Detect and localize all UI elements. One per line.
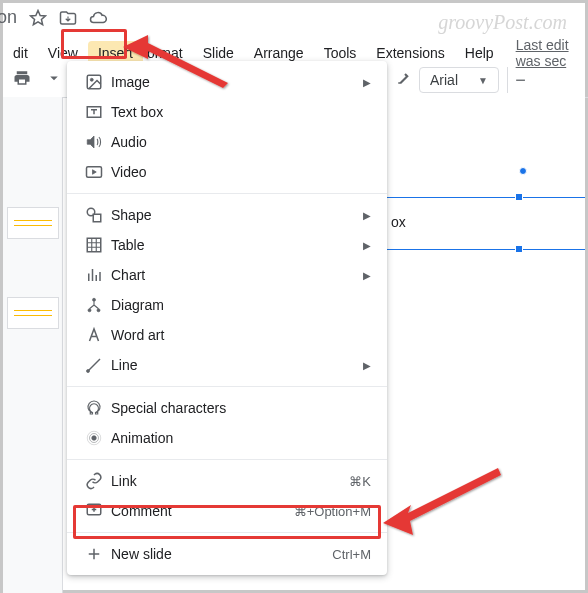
shape-icon	[85, 206, 103, 224]
chevron-down-icon: ▼	[478, 75, 488, 86]
menu-help[interactable]: Help	[455, 41, 504, 65]
slide-canvas[interactable]: ox	[387, 97, 585, 590]
menu-label: Chart	[111, 267, 363, 283]
menu-label: Image	[111, 74, 363, 90]
menu-item-video[interactable]: Video	[67, 157, 387, 187]
doc-title: d presentation	[0, 7, 17, 28]
image-icon	[85, 73, 103, 91]
table-icon	[85, 236, 103, 254]
menu-label: Link	[111, 473, 349, 489]
menu-item-wordart[interactable]: Word art	[67, 320, 387, 350]
fill-color-icon[interactable]	[393, 71, 411, 89]
comment-icon	[85, 502, 103, 520]
resize-handle[interactable]	[515, 193, 523, 201]
menu-separator	[67, 459, 387, 460]
slide-thumbnail[interactable]	[7, 207, 59, 239]
star-icon[interactable]	[29, 9, 47, 27]
video-icon	[85, 163, 103, 181]
svg-point-10	[87, 370, 90, 373]
menu-label: Diagram	[111, 297, 371, 313]
menu-separator	[67, 532, 387, 533]
menu-item-chart[interactable]: Chart ▶	[67, 260, 387, 290]
menu-item-animation[interactable]: Animation	[67, 423, 387, 453]
menu-item-special-characters[interactable]: Special characters	[67, 393, 387, 423]
submenu-arrow-icon: ▶	[363, 240, 371, 251]
submenu-arrow-icon: ▶	[363, 360, 371, 371]
omega-icon	[85, 399, 103, 417]
thumb-content	[14, 225, 52, 226]
menu-item-shape[interactable]: Shape ▶	[67, 200, 387, 230]
menu-item-image[interactable]: Image ▶	[67, 67, 387, 97]
chart-icon	[85, 266, 103, 284]
svg-rect-6	[87, 238, 101, 252]
toolbar-right: Arial ▼ −	[393, 67, 533, 93]
toolbar	[13, 69, 63, 87]
font-selector[interactable]: Arial ▼	[419, 67, 499, 93]
dropdown-icon[interactable]	[45, 69, 63, 87]
menu-label: Animation	[111, 430, 371, 446]
diagram-icon	[85, 296, 103, 314]
wordart-icon	[85, 326, 103, 344]
audio-icon	[85, 133, 103, 151]
rotation-handle[interactable]	[519, 167, 527, 175]
animation-icon	[85, 429, 103, 447]
print-icon[interactable]	[13, 69, 31, 87]
svg-point-1	[90, 78, 93, 81]
selection-edge	[387, 197, 585, 198]
menu-item-audio[interactable]: Audio	[67, 127, 387, 157]
menu-separator	[67, 193, 387, 194]
thumb-content	[14, 310, 52, 311]
menu-label: Table	[111, 237, 363, 253]
menu-item-comment[interactable]: Comment ⌘+Option+M	[67, 496, 387, 526]
submenu-arrow-icon: ▶	[363, 270, 371, 281]
decrease-font-button[interactable]: −	[507, 67, 533, 93]
plus-icon	[85, 545, 103, 563]
shortcut-text: Ctrl+M	[332, 547, 371, 562]
move-folder-icon[interactable]	[59, 9, 77, 27]
menu-label: New slide	[111, 546, 332, 562]
svg-point-9	[97, 309, 100, 312]
last-edit-link[interactable]: Last edit was sec	[516, 37, 585, 69]
thumb-content	[14, 220, 52, 221]
svg-point-8	[88, 309, 91, 312]
font-name: Arial	[430, 72, 458, 88]
menu-label: Text box	[111, 104, 371, 120]
selection-edge	[387, 249, 585, 250]
menu-label: Special characters	[111, 400, 371, 416]
menu-label: Video	[111, 164, 371, 180]
textbox-icon	[85, 103, 103, 121]
slide-thumbnail-panel	[3, 97, 63, 593]
submenu-arrow-icon: ▶	[363, 77, 371, 88]
shortcut-text: ⌘K	[349, 474, 371, 489]
watermark-text: groovyPost.com	[438, 11, 567, 34]
menu-label: Shape	[111, 207, 363, 223]
menu-label: Line	[111, 357, 363, 373]
svg-point-7	[93, 298, 96, 301]
menu-item-diagram[interactable]: Diagram	[67, 290, 387, 320]
line-icon	[85, 356, 103, 374]
cloud-icon[interactable]	[89, 9, 107, 27]
menu-item-new-slide[interactable]: New slide Ctrl+M	[67, 539, 387, 569]
link-icon	[85, 472, 103, 490]
svg-point-11	[92, 436, 97, 441]
title-row: d presentation	[0, 7, 107, 28]
menu-item-line[interactable]: Line ▶	[67, 350, 387, 380]
insert-menu-dropdown: Image ▶ Text box Audio Video Shape ▶ Tab…	[67, 61, 387, 575]
menu-item-table[interactable]: Table ▶	[67, 230, 387, 260]
thumb-content	[14, 315, 52, 316]
shortcut-text: ⌘+Option+M	[294, 504, 371, 519]
slide-thumbnail[interactable]	[7, 297, 59, 329]
resize-handle[interactable]	[515, 245, 523, 253]
menu-item-textbox[interactable]: Text box	[67, 97, 387, 127]
menu-label: Comment	[111, 503, 294, 519]
menu-separator	[67, 386, 387, 387]
menu-label: Word art	[111, 327, 371, 343]
menu-label: Audio	[111, 134, 371, 150]
menu-item-link[interactable]: Link ⌘K	[67, 466, 387, 496]
menu-edit[interactable]: dit	[3, 41, 38, 65]
textbox-content: ox	[391, 214, 406, 230]
svg-rect-5	[93, 214, 101, 222]
submenu-arrow-icon: ▶	[363, 210, 371, 221]
